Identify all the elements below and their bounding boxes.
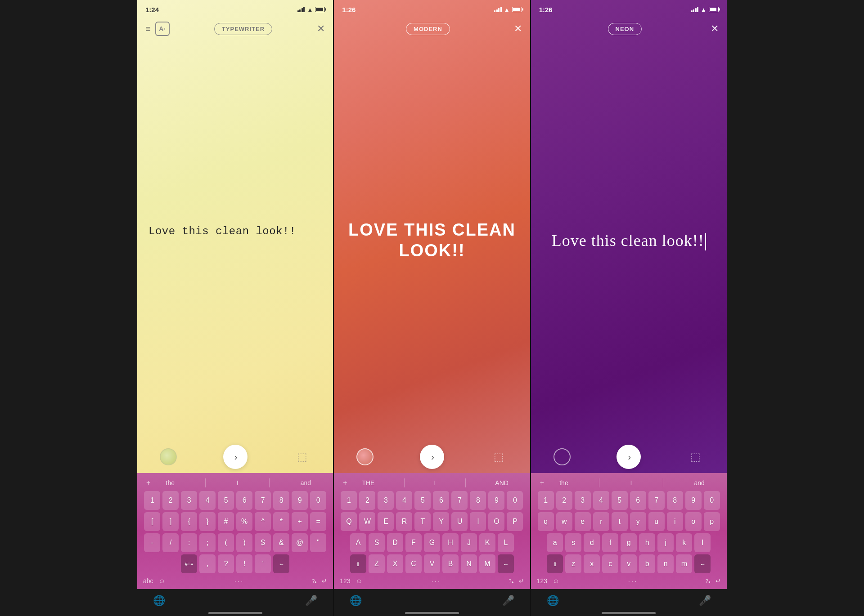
key-2-2[interactable]: 2 bbox=[359, 491, 375, 510]
key-semi-1[interactable]: ; bbox=[199, 533, 216, 552]
key-o-3[interactable]: o bbox=[685, 512, 702, 531]
key-4-1[interactable]: 4 bbox=[199, 491, 216, 510]
key-brace-open-1[interactable]: { bbox=[181, 512, 197, 531]
suggestion-the-1[interactable]: the bbox=[166, 479, 175, 487]
key-g-2[interactable]: G bbox=[424, 533, 440, 552]
key-4-2[interactable]: 4 bbox=[396, 491, 412, 510]
key-bracket-open-1[interactable]: [ bbox=[144, 512, 160, 531]
key-i-3[interactable]: i bbox=[667, 512, 683, 531]
key-v-3[interactable]: v bbox=[621, 554, 637, 573]
key-g-3[interactable]: g bbox=[621, 533, 637, 552]
suggestion-i-1[interactable]: I bbox=[237, 479, 238, 487]
key-y-3[interactable]: y bbox=[630, 512, 646, 531]
key-9-3[interactable]: 9 bbox=[685, 491, 702, 510]
suggestion-i-2[interactable]: I bbox=[434, 479, 436, 487]
key-return-3[interactable]: ↵ bbox=[716, 577, 721, 585]
key-minus-1[interactable]: - bbox=[144, 533, 160, 552]
key-star-1[interactable]: * bbox=[273, 512, 289, 531]
key-q-3[interactable]: q bbox=[538, 512, 554, 531]
key-o-2[interactable]: O bbox=[488, 512, 504, 531]
key-nummode-3[interactable]: ?₁ bbox=[706, 578, 710, 584]
key-question-1[interactable]: ? bbox=[218, 554, 234, 573]
key-w-3[interactable]: w bbox=[556, 512, 572, 531]
key-return-1[interactable]: ↵ bbox=[322, 577, 327, 585]
key-percent-1[interactable]: % bbox=[236, 512, 252, 531]
key-caret-1[interactable]: ^ bbox=[255, 512, 271, 531]
key-paren-close-1[interactable]: ) bbox=[236, 533, 252, 552]
key-m-3[interactable]: m bbox=[676, 554, 692, 573]
suggestion-and-2[interactable]: AND bbox=[495, 479, 508, 487]
key-e-2[interactable]: E bbox=[378, 512, 394, 531]
key-colon-1[interactable]: : bbox=[181, 533, 197, 552]
key-apos-1[interactable]: ' bbox=[255, 554, 271, 573]
key-n-3[interactable]: n bbox=[657, 554, 674, 573]
font-style-btn-1[interactable]: A+ bbox=[155, 22, 170, 36]
key-d-2[interactable]: D bbox=[387, 533, 403, 552]
key-t-3[interactable]: t bbox=[612, 512, 628, 531]
key-space-2[interactable]: · · · bbox=[362, 578, 509, 585]
key-emoji-3[interactable]: ☺ bbox=[553, 577, 559, 585]
key-123-3[interactable]: 123 bbox=[537, 577, 547, 585]
key-emoji-1[interactable]: ☺ bbox=[159, 577, 165, 585]
key-i-2[interactable]: I bbox=[470, 512, 486, 531]
key-backspace-1[interactable]: ← bbox=[273, 554, 289, 573]
key-5-3[interactable]: 5 bbox=[612, 491, 628, 510]
key-c-3[interactable]: c bbox=[602, 554, 618, 573]
key-0-2[interactable]: 0 bbox=[507, 491, 523, 510]
key-5-1[interactable]: 5 bbox=[218, 491, 234, 510]
key-p-3[interactable]: p bbox=[704, 512, 720, 531]
key-8-2[interactable]: 8 bbox=[470, 491, 486, 510]
key-2-1[interactable]: 2 bbox=[162, 491, 179, 510]
key-b-3[interactable]: b bbox=[639, 554, 655, 573]
key-s-3[interactable]: s bbox=[565, 533, 581, 552]
key-r-2[interactable]: R bbox=[396, 512, 412, 531]
key-m-2[interactable]: M bbox=[479, 554, 495, 573]
key-8-3[interactable]: 8 bbox=[667, 491, 683, 510]
key-f-3[interactable]: f bbox=[602, 533, 618, 552]
suggestion-the-2[interactable]: THE bbox=[362, 479, 374, 487]
key-r-3[interactable]: r bbox=[593, 512, 609, 531]
key-j-2[interactable]: J bbox=[461, 533, 477, 552]
globe-icon-2[interactable]: 🌐 bbox=[350, 595, 362, 607]
camera-button-1[interactable]: ⬚ bbox=[293, 448, 310, 465]
key-7-2[interactable]: 7 bbox=[451, 491, 468, 510]
key-1-3[interactable]: 1 bbox=[538, 491, 554, 510]
next-button-3[interactable]: › bbox=[616, 445, 641, 469]
close-btn-2[interactable]: ✕ bbox=[514, 23, 522, 35]
globe-icon-1[interactable]: 🌐 bbox=[153, 595, 165, 607]
key-brace-close-1[interactable]: } bbox=[199, 512, 216, 531]
key-8-1[interactable]: 8 bbox=[273, 491, 289, 510]
close-btn-3[interactable]: ✕ bbox=[711, 23, 719, 35]
suggestion-and-3[interactable]: and bbox=[694, 479, 704, 487]
key-nummode-1[interactable]: ?₁ bbox=[312, 578, 316, 584]
key-123-2[interactable]: 123 bbox=[340, 577, 350, 585]
key-j-3[interactable]: j bbox=[657, 533, 674, 552]
key-l-3[interactable]: l bbox=[694, 533, 711, 552]
key-k-3[interactable]: k bbox=[676, 533, 692, 552]
key-z-2[interactable]: Z bbox=[369, 554, 385, 573]
key-nummode-2[interactable]: ?₁ bbox=[509, 578, 513, 584]
key-t-2[interactable]: T bbox=[414, 512, 431, 531]
style-label-2[interactable]: MODERN bbox=[406, 23, 450, 35]
key-k-2[interactable]: K bbox=[479, 533, 495, 552]
key-dollar-1[interactable]: $ bbox=[255, 533, 271, 552]
key-shift-3[interactable]: ⇧ bbox=[547, 554, 563, 573]
key-a-3[interactable]: a bbox=[547, 533, 563, 552]
plus-btn-3[interactable]: + bbox=[538, 479, 544, 487]
key-p-2[interactable]: P bbox=[507, 512, 523, 531]
key-a-2[interactable]: A bbox=[350, 533, 366, 552]
key-z-3[interactable]: z bbox=[565, 554, 581, 573]
key-exclaim-1[interactable]: ! bbox=[236, 554, 252, 573]
key-3-2[interactable]: 3 bbox=[378, 491, 394, 510]
key-slash-1[interactable]: / bbox=[162, 533, 179, 552]
key-2-3[interactable]: 2 bbox=[556, 491, 572, 510]
key-v-2[interactable]: V bbox=[424, 554, 440, 573]
key-7-3[interactable]: 7 bbox=[648, 491, 665, 510]
suggestion-the-3[interactable]: the bbox=[559, 479, 568, 487]
key-x-2[interactable]: X bbox=[387, 554, 403, 573]
key-f-2[interactable]: F bbox=[405, 533, 422, 552]
key-amp-1[interactable]: & bbox=[273, 533, 289, 552]
key-4-3[interactable]: 4 bbox=[593, 491, 609, 510]
next-button-2[interactable]: › bbox=[420, 445, 444, 469]
suggestion-and-1[interactable]: and bbox=[301, 479, 311, 487]
